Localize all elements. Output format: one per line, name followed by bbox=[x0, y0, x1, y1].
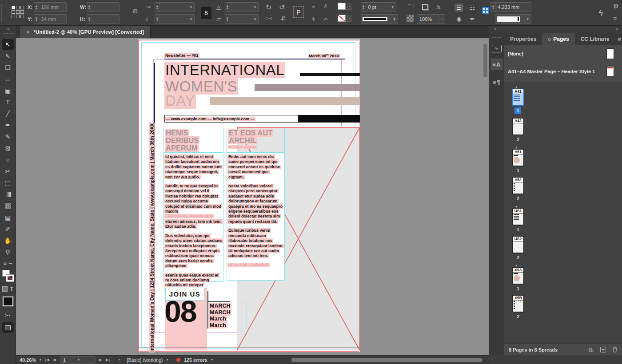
effects-button[interactable]: fx. bbox=[436, 4, 442, 10]
proxy-cell[interactable] bbox=[20, 6, 24, 9]
column2-body-frame[interactable]: Endis aut eum venis dis same poreperrume… bbox=[227, 153, 285, 281]
preflight-dropdown-icon[interactable]: ▾ bbox=[167, 358, 168, 362]
select-content-button[interactable]: ⫚ bbox=[312, 16, 315, 22]
tab-pages[interactable]: ◇Pages bbox=[542, 33, 574, 45]
gear-icon[interactable]: ⚙ bbox=[613, 3, 619, 10]
wrap-options-button[interactable]: ◉ bbox=[455, 15, 463, 23]
fill-swatch[interactable] bbox=[338, 3, 346, 10]
page-thumbnail[interactable]: A41 bbox=[512, 89, 524, 106]
free-transform-tool[interactable]: ⬚ bbox=[2, 178, 14, 188]
scale-x-field[interactable]: ▴▾ ▾ bbox=[155, 2, 195, 12]
pen-tool[interactable]: ✒ bbox=[2, 120, 14, 131]
document-tab[interactable]: × *Untitled-2 @ 40% [GPU Preview] [Conve… bbox=[20, 26, 151, 38]
type-tool[interactable]: T bbox=[2, 97, 14, 107]
character-styles-icon[interactable]: ▣A bbox=[491, 59, 502, 70]
link-scale-button[interactable]: 8 bbox=[201, 7, 211, 19]
last-page-button[interactable]: ▶| bbox=[106, 358, 110, 362]
preflight-profile[interactable]: [Basic] (working) bbox=[127, 357, 163, 363]
title-day[interactable]: DAY bbox=[164, 93, 196, 108]
contact-text-frame[interactable]: — www.example.com — info@example.com — bbox=[164, 115, 299, 123]
constrain-dimensions-icon[interactable]: ⊘ bbox=[132, 7, 139, 16]
edit-page-size-icon[interactable]: ⧉. bbox=[589, 347, 594, 353]
new-page-icon[interactable]: + bbox=[600, 347, 606, 352]
proxy-cell[interactable] bbox=[12, 15, 15, 18]
w-field[interactable]: ▴▾ bbox=[87, 2, 120, 12]
fill-stroke-proxy[interactable] bbox=[2, 270, 14, 281]
w-stepper[interactable]: ▴▾ bbox=[87, 3, 92, 12]
opacity-field[interactable]: 100% › bbox=[417, 14, 445, 24]
view-options-icon[interactable]: ⁞▪▪ bbox=[5, 313, 11, 318]
select-previous-object-button[interactable]: ⫚ bbox=[324, 4, 327, 9]
stroke-style-dropdown[interactable]: ▾ bbox=[361, 14, 398, 24]
stroke-swatch[interactable] bbox=[338, 15, 346, 22]
opacity-expander[interactable]: › bbox=[439, 15, 445, 24]
proxy-cell[interactable] bbox=[12, 6, 15, 9]
page-item[interactable]: ▾ .05A 1 bbox=[504, 264, 622, 291]
page-thumbnail[interactable]: .05B bbox=[512, 295, 524, 312]
corner-options-icon[interactable] bbox=[408, 4, 414, 10]
scale-y-stepper[interactable]: ▴▾ bbox=[155, 15, 160, 24]
y-field[interactable]: ▴▾ 34 mm bbox=[34, 14, 67, 24]
reference-point-proxy[interactable] bbox=[12, 6, 24, 18]
frame-tool[interactable]: ⊠ bbox=[2, 143, 14, 154]
master-thumbnail[interactable] bbox=[606, 66, 614, 77]
document-canvas[interactable]: International Women's Day | 1234 Street … bbox=[16, 38, 489, 355]
column2-heading-frame[interactable]: ET EOS AUT ARCHIL Et expla nulparc bbox=[227, 128, 285, 153]
wrap-object-button[interactable]: ≖ bbox=[468, 15, 477, 23]
x-field[interactable]: ▴▾ 196 mm bbox=[34, 2, 67, 12]
gap-field[interactable]: ▴▾ 4.233 mm bbox=[490, 2, 531, 12]
error-count[interactable]: 125 errors bbox=[184, 357, 207, 363]
gradient-tool[interactable] bbox=[2, 189, 14, 200]
delete-page-icon[interactable] bbox=[612, 347, 618, 352]
previous-page-button[interactable]: ◀ bbox=[53, 358, 56, 362]
line-tool[interactable]: ╱ bbox=[2, 108, 14, 119]
event-day-number[interactable]: 08 bbox=[164, 296, 196, 326]
pencil-tool[interactable]: ✎ bbox=[2, 131, 14, 142]
issue-date-label[interactable]: March 08th 20XX bbox=[308, 53, 340, 58]
rotate-ccw-button[interactable]: ↺ bbox=[279, 3, 285, 12]
gap-tool[interactable]: ↔ bbox=[2, 74, 14, 84]
scale-x-stepper[interactable]: ▴▾ bbox=[155, 3, 160, 12]
collapse-panels-icon[interactable]: « bbox=[494, 26, 497, 31]
page-tool[interactable]: ❏ bbox=[2, 62, 14, 73]
master-row-none[interactable]: [None] bbox=[504, 45, 622, 63]
gap-stepper[interactable]: ▴▾ bbox=[491, 3, 496, 12]
page-number-field[interactable]: 1 ▾ bbox=[60, 356, 96, 364]
corner-shape-icon[interactable] bbox=[422, 4, 428, 10]
ellipse-tool[interactable]: ○ bbox=[2, 154, 14, 165]
content-collector-tool[interactable]: ▣ bbox=[2, 85, 14, 96]
proxy-cell[interactable] bbox=[12, 10, 15, 14]
page-item[interactable]: ▾ A41 1 bbox=[504, 86, 622, 114]
errors-dropdown-icon[interactable]: ▾ bbox=[211, 358, 213, 362]
gradient-feather-tool[interactable] bbox=[2, 201, 14, 211]
x-stepper[interactable]: ▴▾ bbox=[34, 3, 39, 12]
fill-swatch-expander[interactable]: › bbox=[347, 3, 351, 10]
title-international[interactable]: INTERNATIONAL bbox=[164, 63, 285, 77]
panel-strip-grip[interactable] bbox=[492, 37, 501, 38]
select-next-object-button[interactable]: ⫙ bbox=[324, 16, 328, 22]
proxy-cell[interactable] bbox=[20, 15, 24, 18]
flip-horizontal-button[interactable]: ▷◁ bbox=[266, 16, 272, 20]
stroke-proxy-swatch[interactable] bbox=[6, 275, 14, 281]
page-item[interactable]: ▾ .05B 2 bbox=[504, 295, 622, 319]
vertical-scrollbar[interactable] bbox=[483, 44, 487, 77]
formatting-affects-text-button[interactable]: T bbox=[10, 286, 13, 292]
y-stepper[interactable]: ▴▾ bbox=[34, 15, 39, 24]
scale-y-field[interactable]: ▴▾ ▾ bbox=[155, 14, 195, 24]
preflight-icon[interactable]: ◔ bbox=[117, 357, 120, 363]
page-item[interactable]: ▾ A52 2 bbox=[504, 177, 622, 201]
master-row-a4[interactable]: A41–A4 Master Page – Header Style 1 bbox=[504, 63, 622, 80]
page-thumbnail[interactable]: US1 bbox=[512, 208, 524, 225]
collect-content-icon[interactable]: ⧉ bbox=[4, 261, 7, 266]
swap-icon[interactable]: ↪ bbox=[8, 261, 12, 266]
proxy-cell[interactable] bbox=[16, 6, 20, 9]
select-container-button[interactable]: ⫙ bbox=[312, 4, 315, 9]
tab-properties[interactable]: Properties bbox=[504, 33, 542, 45]
h-field[interactable]: ▴▾ bbox=[87, 14, 120, 24]
zoom-tool[interactable]: ⚲ bbox=[2, 247, 14, 257]
proxy-cell[interactable] bbox=[16, 10, 20, 14]
first-page-button[interactable]: |◀ bbox=[45, 358, 49, 362]
page-thumbnail[interactable]: US2 bbox=[512, 236, 524, 253]
expand-panels-icon[interactable]: » bbox=[616, 26, 618, 31]
eyedropper-tool[interactable]: ✐ bbox=[2, 224, 14, 234]
